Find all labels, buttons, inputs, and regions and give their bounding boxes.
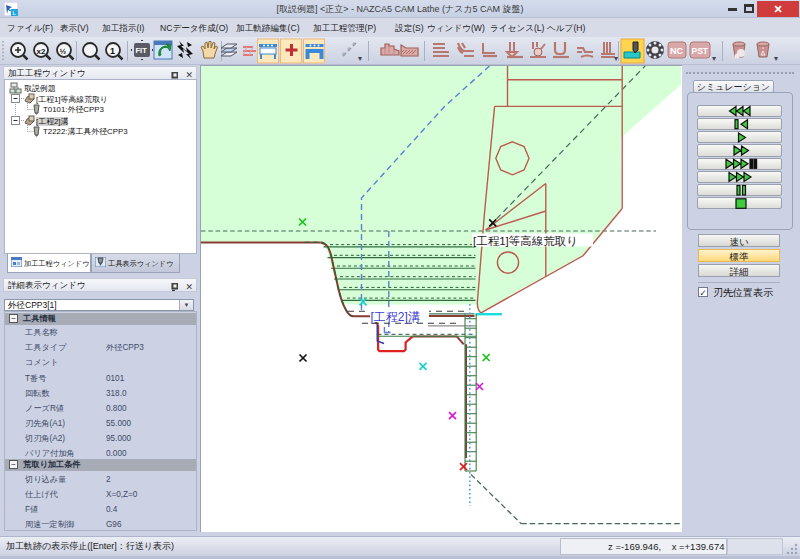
svg-text:x2: x2 — [37, 47, 46, 56]
svg-text:▾: ▾ — [712, 54, 716, 63]
svg-text:[工程1]等高線荒取り: [工程1]等高線荒取り — [473, 235, 578, 247]
svg-text:[工程2]溝: [工程2]溝 — [371, 310, 420, 324]
svg-text:▾: ▾ — [774, 54, 778, 63]
svg-text:FIT: FIT — [136, 46, 148, 55]
svg-text:NC: NC — [670, 46, 683, 56]
svg-text:▾: ▾ — [358, 54, 362, 63]
svg-text:PST: PST — [692, 46, 709, 56]
svg-text:▾: ▾ — [614, 54, 618, 63]
svg-text:1: 1 — [110, 46, 115, 56]
svg-text:½: ½ — [60, 47, 67, 56]
